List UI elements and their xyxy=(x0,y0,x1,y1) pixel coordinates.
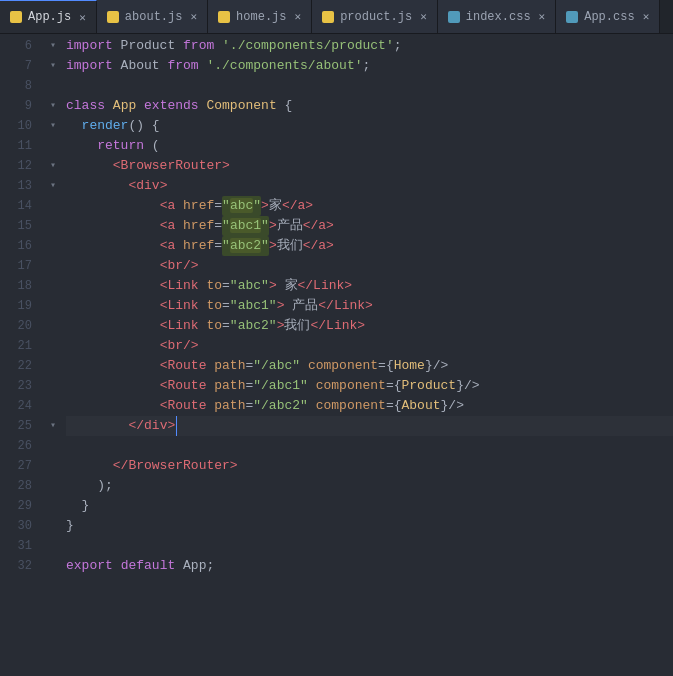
ln-20: 20 xyxy=(8,316,32,336)
code-line-12: <BrowserRouter> xyxy=(66,156,673,176)
fold-11 xyxy=(44,136,62,156)
tab-bar: App.js ✕ about.js ✕ home.js ✕ product.js… xyxy=(0,0,673,34)
code-line-29: } xyxy=(66,496,673,516)
tab-home-js[interactable]: home.js ✕ xyxy=(208,0,312,33)
fold-13[interactable]: ▾ xyxy=(44,176,62,196)
tab-app-css[interactable]: App.css ✕ xyxy=(556,0,660,33)
tab-icon-app-js xyxy=(10,11,22,23)
ln-17: 17 xyxy=(8,256,32,276)
code-line-25: </div> xyxy=(66,416,673,436)
ln-12: 12 xyxy=(8,156,32,176)
tab-icon-about-js xyxy=(107,11,119,23)
tab-close-home-js[interactable]: ✕ xyxy=(295,10,302,23)
fold-22 xyxy=(44,356,62,376)
code-content[interactable]: import Product from './components/produc… xyxy=(62,34,673,676)
ln-21: 21 xyxy=(8,336,32,356)
code-line-20: <Link to="abc2">我们</Link> xyxy=(66,316,673,336)
code-line-24: <Route path="/abc2" component={About}/> xyxy=(66,396,673,416)
tab-close-product-js[interactable]: ✕ xyxy=(420,10,427,23)
fold-10[interactable]: ▾ xyxy=(44,116,62,136)
code-line-18: <Link to="abc"> 家</Link> xyxy=(66,276,673,296)
code-line-15: <a href="abc1">产品</a> xyxy=(66,216,673,236)
fold-24 xyxy=(44,396,62,416)
code-line-26 xyxy=(66,436,673,456)
fold-17 xyxy=(44,256,62,276)
code-line-19: <Link to="abc1"> 产品</Link> xyxy=(66,296,673,316)
tab-product-js[interactable]: product.js ✕ xyxy=(312,0,438,33)
tab-close-app-js[interactable]: ✕ xyxy=(79,11,86,24)
ln-6: 6 xyxy=(8,36,32,56)
ln-31: 31 xyxy=(8,536,32,556)
fold-27 xyxy=(44,456,62,476)
code-line-21: <br/> xyxy=(66,336,673,356)
ln-11: 11 xyxy=(8,136,32,156)
tab-about-js[interactable]: about.js ✕ xyxy=(97,0,208,33)
tab-icon-product-js xyxy=(322,11,334,23)
tab-close-app-css[interactable]: ✕ xyxy=(643,10,650,23)
fold-28 xyxy=(44,476,62,496)
fold-8 xyxy=(44,76,62,96)
fold-32 xyxy=(44,556,62,576)
fold-26 xyxy=(44,436,62,456)
fold-16 xyxy=(44,236,62,256)
code-line-28: ); xyxy=(66,476,673,496)
tab-label-app-css: App.css xyxy=(584,10,634,24)
ln-32: 32 xyxy=(8,556,32,576)
code-area: 6 7 8 9 10 11 12 13 14 15 16 17 18 19 20… xyxy=(0,34,673,676)
ln-22: 22 xyxy=(8,356,32,376)
fold-15 xyxy=(44,216,62,236)
code-line-31 xyxy=(66,536,673,556)
ln-30: 30 xyxy=(8,516,32,536)
tab-icon-app-css xyxy=(566,11,578,23)
tab-label-app-js: App.js xyxy=(28,10,71,24)
ln-10: 10 xyxy=(8,116,32,136)
ln-25: 25 xyxy=(8,416,32,436)
code-line-27: </BrowserRouter> xyxy=(66,456,673,476)
ln-13: 13 xyxy=(8,176,32,196)
line-numbers: 6 7 8 9 10 11 12 13 14 15 16 17 18 19 20… xyxy=(0,34,44,676)
tab-index-css[interactable]: index.css ✕ xyxy=(438,0,556,33)
fold-9[interactable]: ▾ xyxy=(44,96,62,116)
code-line-22: <Route path="/abc" component={Home}/> xyxy=(66,356,673,376)
ln-27: 27 xyxy=(8,456,32,476)
ln-8: 8 xyxy=(8,76,32,96)
code-line-23: <Route path="/abc1" component={Product}/… xyxy=(66,376,673,396)
code-line-7: import About from './components/about'; xyxy=(66,56,673,76)
tab-icon-index-css xyxy=(448,11,460,23)
code-line-10: render() { xyxy=(66,116,673,136)
ln-24: 24 xyxy=(8,396,32,416)
fold-14 xyxy=(44,196,62,216)
fold-30 xyxy=(44,516,62,536)
code-line-32: export default App; xyxy=(66,556,673,576)
fold-12[interactable]: ▾ xyxy=(44,156,62,176)
fold-25[interactable]: ▾ xyxy=(44,416,62,436)
fold-21 xyxy=(44,336,62,356)
fold-23 xyxy=(44,376,62,396)
ln-26: 26 xyxy=(8,436,32,456)
tab-label-about-js: about.js xyxy=(125,10,183,24)
tab-label-index-css: index.css xyxy=(466,10,531,24)
code-line-8 xyxy=(66,76,673,96)
fold-7[interactable]: ▾ xyxy=(44,56,62,76)
ln-9: 9 xyxy=(8,96,32,116)
tab-close-index-css[interactable]: ✕ xyxy=(539,10,546,23)
ln-23: 23 xyxy=(8,376,32,396)
code-line-17: <br/> xyxy=(66,256,673,276)
ln-14: 14 xyxy=(8,196,32,216)
fold-19 xyxy=(44,296,62,316)
code-line-16: <a href="abc2">我们</a> xyxy=(66,236,673,256)
code-line-30: } xyxy=(66,516,673,536)
fold-31 xyxy=(44,536,62,556)
tab-label-product-js: product.js xyxy=(340,10,412,24)
ln-15: 15 xyxy=(8,216,32,236)
tab-icon-home-js xyxy=(218,11,230,23)
ln-28: 28 xyxy=(8,476,32,496)
fold-gutter: ▾ ▾ ▾ ▾ ▾ ▾ ▾ xyxy=(44,34,62,676)
fold-6[interactable]: ▾ xyxy=(44,36,62,56)
ln-29: 29 xyxy=(8,496,32,516)
ln-18: 18 xyxy=(8,276,32,296)
fold-18 xyxy=(44,276,62,296)
tab-label-home-js: home.js xyxy=(236,10,286,24)
tab-close-about-js[interactable]: ✕ xyxy=(190,10,197,23)
tab-app-js[interactable]: App.js ✕ xyxy=(0,0,97,33)
